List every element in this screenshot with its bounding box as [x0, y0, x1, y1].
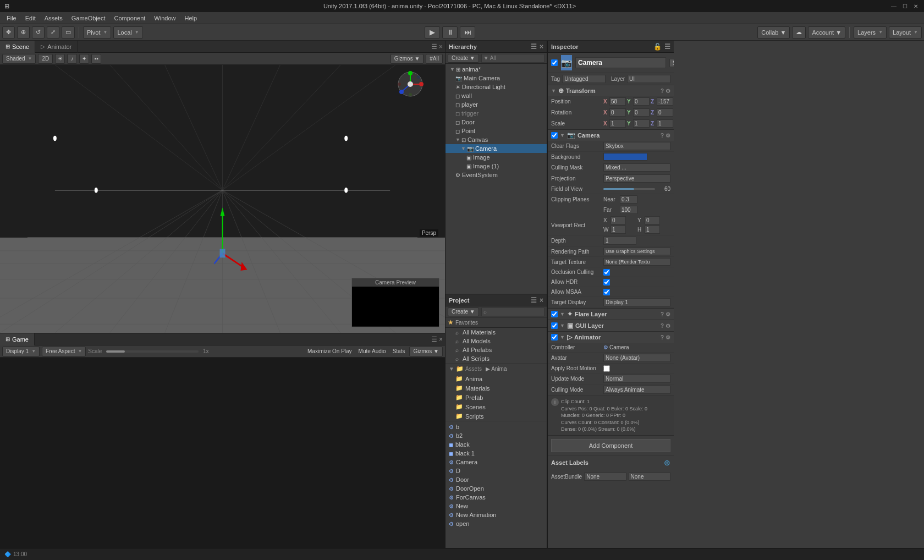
allow-msaa-checkbox[interactable]	[603, 289, 610, 295]
layout-dropdown[interactable]: Layout ▼	[889, 26, 922, 39]
rot-z-input[interactable]	[657, 108, 673, 117]
hier-item-player[interactable]: ◻ player	[446, 100, 547, 109]
all-dropdown[interactable]: #All	[426, 54, 443, 64]
menu-window[interactable]: Window	[150, 14, 180, 23]
gui-info-icon[interactable]: ?	[661, 323, 664, 329]
transform-settings-icon[interactable]: ⚙	[666, 88, 670, 94]
scale-y-input[interactable]	[633, 119, 650, 128]
animator-settings-icon[interactable]: ⚙	[666, 334, 670, 341]
layer-dropdown[interactable]: UI	[627, 75, 670, 83]
vp-h-input[interactable]	[645, 226, 660, 234]
pos-x-input[interactable]	[609, 97, 626, 106]
maximize-button[interactable]: ☐	[901, 2, 909, 10]
camera-comp-header[interactable]: ▼ 📷 Camera ? ⚙	[548, 130, 674, 141]
occlusion-checkbox[interactable]	[603, 269, 610, 276]
flare-settings-icon[interactable]: ⚙	[666, 311, 670, 317]
gui-layer-header[interactable]: ▼ ▣ GUI Layer ? ⚙	[548, 320, 674, 331]
minimize-button[interactable]: —	[890, 2, 898, 10]
background-color[interactable]	[603, 153, 647, 161]
asset-labels-add-icon[interactable]: ⊕	[664, 458, 670, 467]
project-fav-all-prefabs[interactable]: ⌕ All Prefabs	[446, 345, 547, 354]
project-new[interactable]: ⚙ New	[446, 502, 547, 510]
add-component-button[interactable]: Add Component	[551, 439, 670, 452]
maximize-on-play[interactable]: Maximize On Play	[305, 348, 354, 354]
hierarchy-create-dropdown[interactable]: Create ▼	[448, 54, 479, 63]
gizmo-widget[interactable]	[395, 69, 426, 100]
asset-bundle-dropdown[interactable]: None	[584, 473, 626, 481]
hierarchy-search[interactable]: ▼ All	[481, 54, 544, 63]
avatar-dropdown[interactable]: None (Avatar)	[603, 354, 670, 362]
project-forcanvas[interactable]: ⚙ ForCanvas	[446, 493, 547, 502]
menu-edit[interactable]: Edit	[21, 14, 40, 23]
animator-comp-header[interactable]: ▼ ▷ Animator ? ⚙	[548, 332, 674, 343]
tool-move[interactable]: ⊕	[17, 26, 30, 39]
vp-w-input[interactable]	[610, 226, 626, 234]
menu-gameobject[interactable]: GameObject	[67, 14, 110, 23]
assets-section-header[interactable]: ▼ 📁 Assets ▶ Anima	[446, 363, 547, 374]
twod-button[interactable]: 2D	[38, 54, 53, 64]
flare-layer-header[interactable]: ▼ ✦ Flare Layer ? ⚙	[548, 309, 674, 320]
layers-dropdown[interactable]: Layers ▼	[854, 26, 887, 39]
shaded-dropdown[interactable]: Shaded ▼	[2, 54, 36, 64]
step-button[interactable]: ⏭	[460, 26, 475, 39]
account-dropdown[interactable]: Account ▼	[808, 26, 845, 39]
audio-button[interactable]: ♪	[67, 54, 77, 64]
game-panel-menu[interactable]: ☰	[431, 336, 437, 343]
project-fav-all-scripts[interactable]: ⌕ All Scripts	[446, 354, 547, 363]
project-b2[interactable]: ⚙ b2	[446, 431, 547, 440]
hier-item-trigger[interactable]: ◻ trigger	[446, 109, 547, 118]
animator-enabled-checkbox[interactable]	[551, 334, 558, 341]
aspect-dropdown[interactable]: Free Aspect ▼	[42, 347, 86, 356]
project-b[interactable]: ⚙ b	[446, 422, 547, 431]
project-create-dropdown[interactable]: Create ▼	[448, 308, 479, 316]
culling-mode-dropdown[interactable]: Always Animate	[603, 386, 670, 394]
game-panel-close[interactable]: ×	[439, 336, 443, 343]
animator-info-icon[interactable]: ?	[661, 334, 664, 341]
gui-settings-icon[interactable]: ⚙	[666, 323, 670, 329]
close-button[interactable]: ✕	[912, 2, 920, 10]
project-fav-all-mat[interactable]: ⌕ All Materials	[446, 328, 547, 337]
hier-item-image1[interactable]: ▣ Image (1)	[446, 162, 547, 171]
hierarchy-menu-icon[interactable]: ☰	[531, 43, 537, 51]
hierarchy-close-icon[interactable]: ×	[540, 43, 543, 51]
vp-y-input[interactable]	[645, 216, 660, 224]
flare-info-icon[interactable]: ?	[661, 311, 664, 317]
menu-file[interactable]: File	[2, 14, 21, 23]
target-display-dropdown[interactable]: Display 1	[603, 298, 670, 306]
object-enabled-checkbox[interactable]	[551, 59, 558, 66]
near-input[interactable]	[620, 195, 637, 204]
game-view-area[interactable]	[0, 358, 445, 548]
stats-button[interactable]: Stats	[391, 348, 408, 354]
project-anima[interactable]: 📁 Anima	[446, 374, 547, 383]
project-fav-all-models[interactable]: ⌕ All Models	[446, 337, 547, 345]
project-scenes[interactable]: 📁 Scenes	[446, 402, 547, 411]
hier-item-camera[interactable]: ▼ 📷 Camera	[446, 144, 547, 153]
project-menu-icon[interactable]: ☰	[531, 297, 537, 304]
static-button[interactable]: Static	[669, 59, 674, 67]
menu-help[interactable]: Help	[180, 14, 201, 23]
tab-scene[interactable]: ⊞ Scene	[0, 41, 35, 53]
hier-item-image[interactable]: ▣ Image	[446, 153, 547, 162]
tab-animator[interactable]: ▷ Animator	[35, 41, 78, 53]
pause-button[interactable]: ⏸	[442, 26, 458, 39]
pos-y-input[interactable]	[633, 97, 650, 106]
local-dropdown[interactable]: Local ▼	[113, 26, 142, 39]
hier-item-dirlight[interactable]: ☀ Directional Light	[446, 83, 547, 91]
hier-item-eventsystem[interactable]: ⚙ EventSystem	[446, 171, 547, 179]
project-open[interactable]: ⚙ open	[446, 519, 547, 528]
hier-item-maincamera[interactable]: 📷 Main Camera	[446, 74, 547, 83]
pivot-dropdown[interactable]: Pivot ▼	[83, 26, 111, 39]
apply-root-checkbox[interactable]	[603, 365, 610, 372]
project-materials[interactable]: 📁 Materials	[446, 383, 547, 393]
tool-scale[interactable]: ⤢	[47, 26, 59, 39]
camera-settings-icon[interactable]: ⚙	[666, 133, 670, 139]
project-prefab[interactable]: 📁 Prefab	[446, 393, 547, 402]
target-texture-dropdown[interactable]: None (Render Textu	[603, 258, 670, 266]
project-door-asset[interactable]: ⚙ Door	[446, 475, 547, 484]
scale-slider[interactable]	[106, 350, 199, 353]
depth-input[interactable]	[603, 237, 636, 245]
display-dropdown[interactable]: Display 1 ▼	[2, 347, 40, 356]
tool-rotate[interactable]: ↺	[32, 26, 45, 39]
scene-panel-close[interactable]: ×	[439, 43, 443, 51]
rendering-path-dropdown[interactable]: Use Graphics Settings	[603, 248, 670, 255]
